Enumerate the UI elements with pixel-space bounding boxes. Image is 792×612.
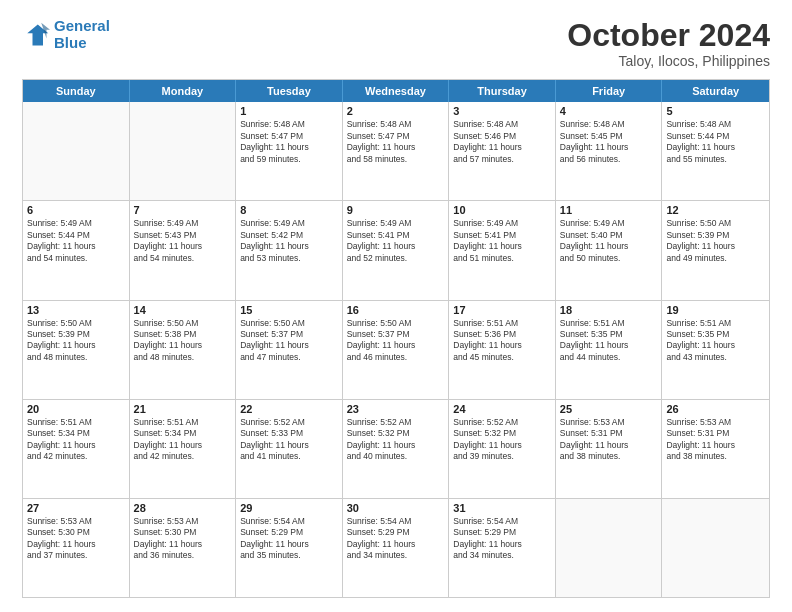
day-info: Sunrise: 5:48 AM Sunset: 5:47 PM Dayligh…	[240, 119, 338, 165]
day-number: 5	[666, 105, 765, 117]
day-number: 23	[347, 403, 445, 415]
day-number: 24	[453, 403, 551, 415]
calendar-header: SundayMondayTuesdayWednesdayThursdayFrid…	[23, 80, 769, 102]
calendar-cell-w1-d2: 8Sunrise: 5:49 AM Sunset: 5:42 PM Daylig…	[236, 201, 343, 299]
day-number: 21	[134, 403, 232, 415]
calendar-cell-w4-d5	[556, 499, 663, 597]
day-info: Sunrise: 5:51 AM Sunset: 5:35 PM Dayligh…	[560, 318, 658, 364]
day-number: 28	[134, 502, 232, 514]
calendar-body: 1Sunrise: 5:48 AM Sunset: 5:47 PM Daylig…	[23, 102, 769, 597]
day-number: 19	[666, 304, 765, 316]
day-info: Sunrise: 5:50 AM Sunset: 5:37 PM Dayligh…	[347, 318, 445, 364]
calendar-cell-w1-d6: 12Sunrise: 5:50 AM Sunset: 5:39 PM Dayli…	[662, 201, 769, 299]
page: General Blue October 2024 Taloy, Ilocos,…	[0, 0, 792, 612]
day-number: 22	[240, 403, 338, 415]
day-info: Sunrise: 5:50 AM Sunset: 5:39 PM Dayligh…	[27, 318, 125, 364]
calendar-row-0: 1Sunrise: 5:48 AM Sunset: 5:47 PM Daylig…	[23, 102, 769, 200]
calendar-row-2: 13Sunrise: 5:50 AM Sunset: 5:39 PM Dayli…	[23, 300, 769, 399]
day-number: 1	[240, 105, 338, 117]
day-number: 6	[27, 204, 125, 216]
calendar-cell-w2-d3: 16Sunrise: 5:50 AM Sunset: 5:37 PM Dayli…	[343, 301, 450, 399]
calendar-cell-w0-d6: 5Sunrise: 5:48 AM Sunset: 5:44 PM Daylig…	[662, 102, 769, 200]
calendar-cell-w1-d3: 9Sunrise: 5:49 AM Sunset: 5:41 PM Daylig…	[343, 201, 450, 299]
calendar-cell-w3-d3: 23Sunrise: 5:52 AM Sunset: 5:32 PM Dayli…	[343, 400, 450, 498]
calendar-cell-w3-d0: 20Sunrise: 5:51 AM Sunset: 5:34 PM Dayli…	[23, 400, 130, 498]
calendar-cell-w4-d2: 29Sunrise: 5:54 AM Sunset: 5:29 PM Dayli…	[236, 499, 343, 597]
month-title: October 2024	[567, 18, 770, 53]
calendar-cell-w3-d1: 21Sunrise: 5:51 AM Sunset: 5:34 PM Dayli…	[130, 400, 237, 498]
day-number: 7	[134, 204, 232, 216]
day-info: Sunrise: 5:49 AM Sunset: 5:40 PM Dayligh…	[560, 218, 658, 264]
calendar-row-1: 6Sunrise: 5:49 AM Sunset: 5:44 PM Daylig…	[23, 200, 769, 299]
logo: General Blue	[22, 18, 110, 51]
calendar-cell-w4-d1: 28Sunrise: 5:53 AM Sunset: 5:30 PM Dayli…	[130, 499, 237, 597]
calendar-cell-w2-d5: 18Sunrise: 5:51 AM Sunset: 5:35 PM Dayli…	[556, 301, 663, 399]
day-info: Sunrise: 5:50 AM Sunset: 5:39 PM Dayligh…	[666, 218, 765, 264]
header-day-saturday: Saturday	[662, 80, 769, 102]
calendar-cell-w1-d4: 10Sunrise: 5:49 AM Sunset: 5:41 PM Dayli…	[449, 201, 556, 299]
header-day-tuesday: Tuesday	[236, 80, 343, 102]
calendar-cell-w2-d1: 14Sunrise: 5:50 AM Sunset: 5:38 PM Dayli…	[130, 301, 237, 399]
logo-icon	[22, 21, 50, 49]
day-number: 27	[27, 502, 125, 514]
day-info: Sunrise: 5:49 AM Sunset: 5:41 PM Dayligh…	[453, 218, 551, 264]
day-number: 9	[347, 204, 445, 216]
day-info: Sunrise: 5:54 AM Sunset: 5:29 PM Dayligh…	[347, 516, 445, 562]
day-info: Sunrise: 5:50 AM Sunset: 5:37 PM Dayligh…	[240, 318, 338, 364]
calendar-row-4: 27Sunrise: 5:53 AM Sunset: 5:30 PM Dayli…	[23, 498, 769, 597]
day-number: 10	[453, 204, 551, 216]
day-number: 16	[347, 304, 445, 316]
calendar-cell-w0-d2: 1Sunrise: 5:48 AM Sunset: 5:47 PM Daylig…	[236, 102, 343, 200]
calendar-cell-w1-d0: 6Sunrise: 5:49 AM Sunset: 5:44 PM Daylig…	[23, 201, 130, 299]
logo-line1: General	[54, 17, 110, 34]
day-info: Sunrise: 5:49 AM Sunset: 5:44 PM Dayligh…	[27, 218, 125, 264]
day-info: Sunrise: 5:48 AM Sunset: 5:46 PM Dayligh…	[453, 119, 551, 165]
calendar-cell-w0-d1	[130, 102, 237, 200]
day-info: Sunrise: 5:54 AM Sunset: 5:29 PM Dayligh…	[240, 516, 338, 562]
calendar: SundayMondayTuesdayWednesdayThursdayFrid…	[22, 79, 770, 598]
calendar-cell-w0-d0	[23, 102, 130, 200]
day-info: Sunrise: 5:52 AM Sunset: 5:32 PM Dayligh…	[347, 417, 445, 463]
calendar-cell-w0-d4: 3Sunrise: 5:48 AM Sunset: 5:46 PM Daylig…	[449, 102, 556, 200]
day-info: Sunrise: 5:51 AM Sunset: 5:34 PM Dayligh…	[27, 417, 125, 463]
header-day-wednesday: Wednesday	[343, 80, 450, 102]
day-number: 8	[240, 204, 338, 216]
calendar-cell-w3-d5: 25Sunrise: 5:53 AM Sunset: 5:31 PM Dayli…	[556, 400, 663, 498]
day-info: Sunrise: 5:49 AM Sunset: 5:42 PM Dayligh…	[240, 218, 338, 264]
day-info: Sunrise: 5:53 AM Sunset: 5:31 PM Dayligh…	[666, 417, 765, 463]
header-day-sunday: Sunday	[23, 80, 130, 102]
calendar-cell-w4-d3: 30Sunrise: 5:54 AM Sunset: 5:29 PM Dayli…	[343, 499, 450, 597]
day-number: 15	[240, 304, 338, 316]
day-info: Sunrise: 5:53 AM Sunset: 5:30 PM Dayligh…	[134, 516, 232, 562]
day-number: 4	[560, 105, 658, 117]
day-info: Sunrise: 5:53 AM Sunset: 5:31 PM Dayligh…	[560, 417, 658, 463]
day-number: 30	[347, 502, 445, 514]
header: General Blue October 2024 Taloy, Ilocos,…	[22, 18, 770, 69]
calendar-cell-w2-d2: 15Sunrise: 5:50 AM Sunset: 5:37 PM Dayli…	[236, 301, 343, 399]
day-number: 20	[27, 403, 125, 415]
calendar-cell-w2-d0: 13Sunrise: 5:50 AM Sunset: 5:39 PM Dayli…	[23, 301, 130, 399]
header-day-friday: Friday	[556, 80, 663, 102]
logo-line2: Blue	[54, 34, 87, 51]
day-info: Sunrise: 5:48 AM Sunset: 5:47 PM Dayligh…	[347, 119, 445, 165]
calendar-cell-w1-d1: 7Sunrise: 5:49 AM Sunset: 5:43 PM Daylig…	[130, 201, 237, 299]
day-number: 2	[347, 105, 445, 117]
calendar-cell-w4-d0: 27Sunrise: 5:53 AM Sunset: 5:30 PM Dayli…	[23, 499, 130, 597]
day-info: Sunrise: 5:51 AM Sunset: 5:36 PM Dayligh…	[453, 318, 551, 364]
calendar-cell-w1-d5: 11Sunrise: 5:49 AM Sunset: 5:40 PM Dayli…	[556, 201, 663, 299]
day-info: Sunrise: 5:49 AM Sunset: 5:41 PM Dayligh…	[347, 218, 445, 264]
day-info: Sunrise: 5:51 AM Sunset: 5:34 PM Dayligh…	[134, 417, 232, 463]
calendar-cell-w0-d3: 2Sunrise: 5:48 AM Sunset: 5:47 PM Daylig…	[343, 102, 450, 200]
day-info: Sunrise: 5:53 AM Sunset: 5:30 PM Dayligh…	[27, 516, 125, 562]
day-number: 26	[666, 403, 765, 415]
calendar-cell-w4-d4: 31Sunrise: 5:54 AM Sunset: 5:29 PM Dayli…	[449, 499, 556, 597]
day-number: 11	[560, 204, 658, 216]
location: Taloy, Ilocos, Philippines	[567, 53, 770, 69]
day-info: Sunrise: 5:48 AM Sunset: 5:44 PM Dayligh…	[666, 119, 765, 165]
day-number: 14	[134, 304, 232, 316]
day-info: Sunrise: 5:50 AM Sunset: 5:38 PM Dayligh…	[134, 318, 232, 364]
day-number: 18	[560, 304, 658, 316]
day-number: 13	[27, 304, 125, 316]
calendar-cell-w4-d6	[662, 499, 769, 597]
day-info: Sunrise: 5:54 AM Sunset: 5:29 PM Dayligh…	[453, 516, 551, 562]
